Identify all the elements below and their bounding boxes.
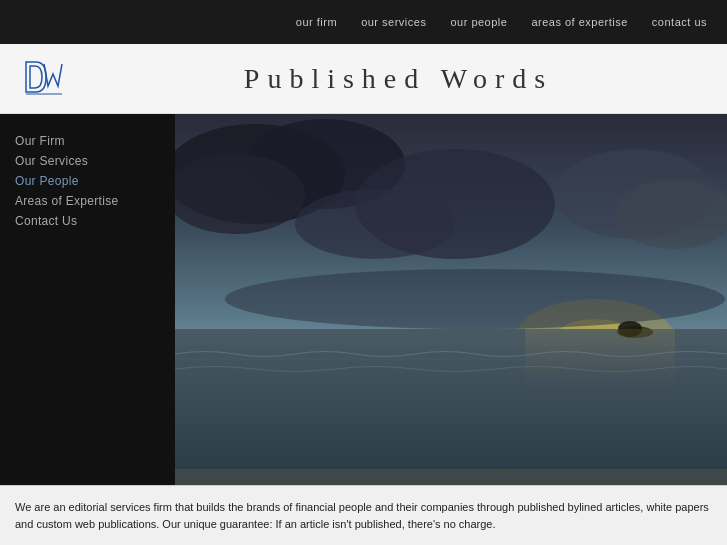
svg-point-8 [295,189,455,259]
top-navigation: our firm our services our people areas o… [0,0,727,44]
sidebar-item-our-firm[interactable]: Our Firm [15,134,160,148]
site-title-area: Published Words [90,63,707,95]
nav-areas-of-expertise[interactable]: areas of expertise [531,16,627,28]
nav-our-people[interactable]: our people [450,16,507,28]
footer-text: We are an editorial services firm that b… [15,499,712,532]
nav-our-services[interactable]: our services [361,16,426,28]
nav-contact-us[interactable]: contact us [652,16,707,28]
site-title: Published Words [90,63,707,95]
site-header: Published Words [0,44,727,114]
logo [20,54,70,104]
main-content: Our Firm Our Services Our People Areas o… [0,114,727,485]
sidebar-item-areas-of-expertise[interactable]: Areas of Expertise [15,194,160,208]
svg-point-11 [225,269,725,329]
footer: We are an editorial services firm that b… [0,485,727,545]
svg-rect-22 [175,469,727,485]
sidebar-item-our-services[interactable]: Our Services [15,154,160,168]
nav-our-firm[interactable]: our firm [296,16,337,28]
sidebar-item-contact-us[interactable]: Contact Us [15,214,160,228]
sidebar-item-our-people[interactable]: Our People [15,174,160,188]
sidebar-navigation: Our Firm Our Services Our People Areas o… [0,114,175,485]
svg-rect-21 [525,329,675,389]
hero-image [175,114,727,485]
